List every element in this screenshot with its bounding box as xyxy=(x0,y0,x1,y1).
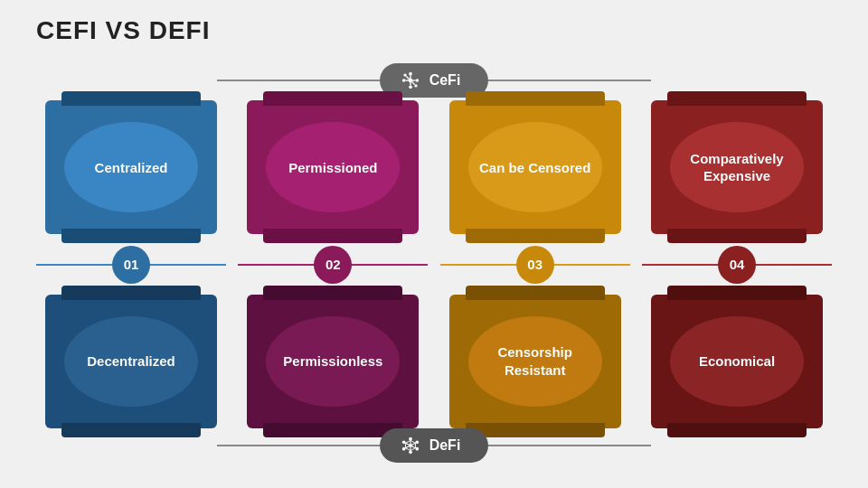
card-tab-top xyxy=(466,286,605,300)
card-tab-top xyxy=(61,286,201,300)
card-permissionless: Permissionless xyxy=(247,295,419,428)
bottom-card-row: Decentralized Permissionless xyxy=(36,285,832,439)
card-inner-resistant: Censorship Resistant xyxy=(468,316,602,407)
card-expensive: Comparatively Expensive xyxy=(651,100,823,234)
svg-point-16 xyxy=(415,447,419,451)
num-circle-4: 04 xyxy=(718,246,756,284)
card-economical-col: Economical xyxy=(642,295,832,428)
defi-right-line xyxy=(488,445,651,446)
divider-03: 03 xyxy=(440,246,630,284)
card-tab-top xyxy=(466,91,605,106)
cefi-right-line xyxy=(488,80,651,81)
svg-point-14 xyxy=(409,437,412,441)
defi-badge: DeFi xyxy=(380,428,488,463)
permissioned-label: Permissioned xyxy=(279,159,386,177)
svg-point-17 xyxy=(409,451,412,455)
svg-point-18 xyxy=(401,447,405,451)
svg-point-2 xyxy=(409,86,412,89)
cefi-icon xyxy=(401,70,420,90)
svg-point-3 xyxy=(401,79,405,82)
num-circle-2: 02 xyxy=(314,246,352,284)
svg-line-26 xyxy=(410,441,416,444)
card-inner-economical: Economical xyxy=(670,316,804,407)
svg-point-4 xyxy=(415,79,419,82)
card-decentralized-col: Decentralized xyxy=(36,295,226,428)
economical-label: Economical xyxy=(690,352,784,371)
svg-point-15 xyxy=(415,441,419,445)
card-tab-top xyxy=(667,91,807,106)
page-title: CEFI VS DEFI xyxy=(36,16,210,45)
card-resistant-col: Censorship Resistant xyxy=(440,295,630,428)
permissionless-label: Permissionless xyxy=(274,352,392,371)
card-permissioned-col: Permissioned xyxy=(238,100,428,234)
svg-point-19 xyxy=(401,441,405,445)
card-tab-bottom xyxy=(61,229,201,243)
divider-02: 02 xyxy=(238,246,428,284)
card-tab-top xyxy=(667,286,807,300)
expensive-label: Comparatively Expensive xyxy=(670,150,804,185)
num-label-4: 04 xyxy=(730,257,745,272)
card-tab-top xyxy=(61,91,201,106)
resistant-label: Censorship Resistant xyxy=(468,343,602,379)
card-economical: Economical xyxy=(651,295,823,428)
card-tab-top xyxy=(263,91,402,106)
centralized-label: Centralized xyxy=(86,159,177,177)
censored-label: Can be Censored xyxy=(470,159,599,177)
divider-04: 04 xyxy=(642,246,832,284)
num-label-1: 01 xyxy=(124,257,139,272)
num-circle-3: 03 xyxy=(516,246,554,284)
card-resistant: Censorship Resistant xyxy=(449,295,621,428)
num-circle-1: 01 xyxy=(112,246,150,284)
svg-point-5 xyxy=(403,73,406,76)
card-permissioned: Permissioned xyxy=(247,100,419,234)
card-tab-bottom xyxy=(263,229,402,243)
card-inner-censored: Can be Censored xyxy=(468,122,602,212)
card-inner-permissionless: Permissionless xyxy=(266,316,400,407)
defi-label: DeFi xyxy=(429,437,461,454)
card-permissionless-col: Permissionless xyxy=(238,295,428,428)
svg-line-29 xyxy=(405,448,410,451)
card-inner-expensive: Comparatively Expensive xyxy=(670,122,804,212)
decentralized-label: Decentralized xyxy=(78,352,184,371)
divider-row: 01 02 03 04 xyxy=(36,245,832,285)
svg-point-1 xyxy=(409,72,412,76)
card-decentralized: Decentralized xyxy=(45,295,217,428)
top-card-row: Centralized Permissioned xyxy=(36,90,832,245)
card-inner-decentralized: Decentralized xyxy=(64,316,198,407)
svg-point-6 xyxy=(414,84,417,87)
card-centralized-col: Centralized xyxy=(36,100,226,234)
num-label-3: 03 xyxy=(527,257,542,272)
divider-01: 01 xyxy=(36,246,226,284)
defi-icon xyxy=(401,436,420,455)
card-inner-centralized: Centralized xyxy=(64,122,198,212)
svg-line-31 xyxy=(405,441,410,444)
cefi-left-line xyxy=(217,80,380,81)
card-tab-bottom xyxy=(667,229,807,243)
cefi-label: CeFi xyxy=(429,72,461,89)
card-censored: Can be Censored xyxy=(449,100,621,234)
main-grid: Centralized Permissioned xyxy=(36,90,832,438)
card-centralized: Centralized xyxy=(45,100,217,234)
defi-bar: DeFi xyxy=(0,428,868,463)
num-label-2: 02 xyxy=(326,257,341,272)
card-tab-top xyxy=(263,286,402,300)
card-censored-col: Can be Censored xyxy=(440,100,630,234)
svg-line-28 xyxy=(410,448,416,451)
card-expensive-col: Comparatively Expensive xyxy=(642,100,832,234)
card-tab-bottom xyxy=(466,229,605,243)
card-inner-permissioned: Permissioned xyxy=(266,122,400,212)
defi-left-line xyxy=(217,445,380,446)
